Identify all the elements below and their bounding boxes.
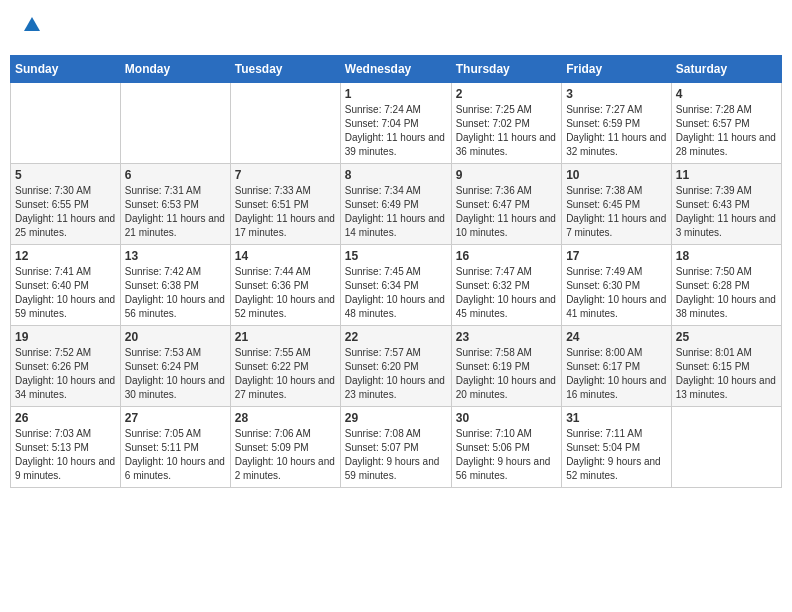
weekday-header-tuesday: Tuesday <box>230 56 340 83</box>
day-info: Sunrise: 7:30 AMSunset: 6:55 PMDaylight:… <box>15 184 116 240</box>
day-number: 9 <box>456 168 557 182</box>
calendar-cell: 9Sunrise: 7:36 AMSunset: 6:47 PMDaylight… <box>451 164 561 245</box>
day-info: Sunrise: 7:24 AMSunset: 7:04 PMDaylight:… <box>345 103 447 159</box>
day-info: Sunrise: 7:06 AMSunset: 5:09 PMDaylight:… <box>235 427 336 483</box>
calendar-cell: 26Sunrise: 7:03 AMSunset: 5:13 PMDayligh… <box>11 407 121 488</box>
week-row-3: 12Sunrise: 7:41 AMSunset: 6:40 PMDayligh… <box>11 245 782 326</box>
calendar-cell: 11Sunrise: 7:39 AMSunset: 6:43 PMDayligh… <box>671 164 781 245</box>
day-info: Sunrise: 7:58 AMSunset: 6:19 PMDaylight:… <box>456 346 557 402</box>
day-info: Sunrise: 7:27 AMSunset: 6:59 PMDaylight:… <box>566 103 667 159</box>
day-info: Sunrise: 7:53 AMSunset: 6:24 PMDaylight:… <box>125 346 226 402</box>
day-number: 4 <box>676 87 777 101</box>
day-number: 30 <box>456 411 557 425</box>
day-number: 19 <box>15 330 116 344</box>
day-number: 1 <box>345 87 447 101</box>
weekday-header-monday: Monday <box>120 56 230 83</box>
calendar-cell: 1Sunrise: 7:24 AMSunset: 7:04 PMDaylight… <box>340 83 451 164</box>
day-info: Sunrise: 7:28 AMSunset: 6:57 PMDaylight:… <box>676 103 777 159</box>
calendar-cell: 10Sunrise: 7:38 AMSunset: 6:45 PMDayligh… <box>562 164 672 245</box>
day-info: Sunrise: 7:38 AMSunset: 6:45 PMDaylight:… <box>566 184 667 240</box>
calendar-cell: 30Sunrise: 7:10 AMSunset: 5:06 PMDayligh… <box>451 407 561 488</box>
logo <box>20 15 42 40</box>
day-info: Sunrise: 7:47 AMSunset: 6:32 PMDaylight:… <box>456 265 557 321</box>
svg-marker-0 <box>24 17 40 31</box>
day-info: Sunrise: 7:39 AMSunset: 6:43 PMDaylight:… <box>676 184 777 240</box>
weekday-header-wednesday: Wednesday <box>340 56 451 83</box>
weekday-header-saturday: Saturday <box>671 56 781 83</box>
weekday-header-row: SundayMondayTuesdayWednesdayThursdayFrid… <box>11 56 782 83</box>
calendar-cell: 8Sunrise: 7:34 AMSunset: 6:49 PMDaylight… <box>340 164 451 245</box>
week-row-4: 19Sunrise: 7:52 AMSunset: 6:26 PMDayligh… <box>11 326 782 407</box>
day-number: 25 <box>676 330 777 344</box>
day-number: 11 <box>676 168 777 182</box>
calendar-cell: 20Sunrise: 7:53 AMSunset: 6:24 PMDayligh… <box>120 326 230 407</box>
calendar-cell: 15Sunrise: 7:45 AMSunset: 6:34 PMDayligh… <box>340 245 451 326</box>
calendar-cell: 31Sunrise: 7:11 AMSunset: 5:04 PMDayligh… <box>562 407 672 488</box>
day-info: Sunrise: 7:31 AMSunset: 6:53 PMDaylight:… <box>125 184 226 240</box>
week-row-2: 5Sunrise: 7:30 AMSunset: 6:55 PMDaylight… <box>11 164 782 245</box>
day-number: 20 <box>125 330 226 344</box>
week-row-5: 26Sunrise: 7:03 AMSunset: 5:13 PMDayligh… <box>11 407 782 488</box>
day-info: Sunrise: 7:52 AMSunset: 6:26 PMDaylight:… <box>15 346 116 402</box>
day-number: 31 <box>566 411 667 425</box>
logo-icon <box>22 15 42 35</box>
calendar-cell: 5Sunrise: 7:30 AMSunset: 6:55 PMDaylight… <box>11 164 121 245</box>
day-number: 15 <box>345 249 447 263</box>
calendar-cell: 29Sunrise: 7:08 AMSunset: 5:07 PMDayligh… <box>340 407 451 488</box>
day-info: Sunrise: 7:49 AMSunset: 6:30 PMDaylight:… <box>566 265 667 321</box>
day-info: Sunrise: 7:25 AMSunset: 7:02 PMDaylight:… <box>456 103 557 159</box>
calendar-cell: 28Sunrise: 7:06 AMSunset: 5:09 PMDayligh… <box>230 407 340 488</box>
page-header <box>10 10 782 45</box>
day-number: 3 <box>566 87 667 101</box>
day-number: 17 <box>566 249 667 263</box>
day-info: Sunrise: 7:44 AMSunset: 6:36 PMDaylight:… <box>235 265 336 321</box>
day-info: Sunrise: 7:34 AMSunset: 6:49 PMDaylight:… <box>345 184 447 240</box>
calendar-cell: 19Sunrise: 7:52 AMSunset: 6:26 PMDayligh… <box>11 326 121 407</box>
calendar-cell: 21Sunrise: 7:55 AMSunset: 6:22 PMDayligh… <box>230 326 340 407</box>
day-number: 10 <box>566 168 667 182</box>
day-number: 26 <box>15 411 116 425</box>
calendar-cell: 27Sunrise: 7:05 AMSunset: 5:11 PMDayligh… <box>120 407 230 488</box>
day-number: 22 <box>345 330 447 344</box>
calendar-cell: 12Sunrise: 7:41 AMSunset: 6:40 PMDayligh… <box>11 245 121 326</box>
calendar-cell: 13Sunrise: 7:42 AMSunset: 6:38 PMDayligh… <box>120 245 230 326</box>
calendar-cell <box>230 83 340 164</box>
calendar-cell: 4Sunrise: 7:28 AMSunset: 6:57 PMDaylight… <box>671 83 781 164</box>
calendar-cell <box>120 83 230 164</box>
calendar-cell: 18Sunrise: 7:50 AMSunset: 6:28 PMDayligh… <box>671 245 781 326</box>
calendar-cell: 22Sunrise: 7:57 AMSunset: 6:20 PMDayligh… <box>340 326 451 407</box>
day-info: Sunrise: 7:10 AMSunset: 5:06 PMDaylight:… <box>456 427 557 483</box>
weekday-header-sunday: Sunday <box>11 56 121 83</box>
calendar-cell <box>11 83 121 164</box>
day-number: 7 <box>235 168 336 182</box>
weekday-header-thursday: Thursday <box>451 56 561 83</box>
day-number: 24 <box>566 330 667 344</box>
day-info: Sunrise: 7:50 AMSunset: 6:28 PMDaylight:… <box>676 265 777 321</box>
day-info: Sunrise: 7:11 AMSunset: 5:04 PMDaylight:… <box>566 427 667 483</box>
day-info: Sunrise: 7:45 AMSunset: 6:34 PMDaylight:… <box>345 265 447 321</box>
day-info: Sunrise: 8:00 AMSunset: 6:17 PMDaylight:… <box>566 346 667 402</box>
day-info: Sunrise: 7:41 AMSunset: 6:40 PMDaylight:… <box>15 265 116 321</box>
day-number: 2 <box>456 87 557 101</box>
day-info: Sunrise: 7:42 AMSunset: 6:38 PMDaylight:… <box>125 265 226 321</box>
calendar-cell: 3Sunrise: 7:27 AMSunset: 6:59 PMDaylight… <box>562 83 672 164</box>
day-info: Sunrise: 8:01 AMSunset: 6:15 PMDaylight:… <box>676 346 777 402</box>
day-number: 28 <box>235 411 336 425</box>
calendar-cell: 14Sunrise: 7:44 AMSunset: 6:36 PMDayligh… <box>230 245 340 326</box>
calendar-cell <box>671 407 781 488</box>
day-info: Sunrise: 7:55 AMSunset: 6:22 PMDaylight:… <box>235 346 336 402</box>
calendar-cell: 17Sunrise: 7:49 AMSunset: 6:30 PMDayligh… <box>562 245 672 326</box>
calendar-table: SundayMondayTuesdayWednesdayThursdayFrid… <box>10 55 782 488</box>
calendar-cell: 6Sunrise: 7:31 AMSunset: 6:53 PMDaylight… <box>120 164 230 245</box>
week-row-1: 1Sunrise: 7:24 AMSunset: 7:04 PMDaylight… <box>11 83 782 164</box>
day-number: 21 <box>235 330 336 344</box>
day-number: 14 <box>235 249 336 263</box>
day-info: Sunrise: 7:08 AMSunset: 5:07 PMDaylight:… <box>345 427 447 483</box>
day-number: 8 <box>345 168 447 182</box>
calendar-cell: 2Sunrise: 7:25 AMSunset: 7:02 PMDaylight… <box>451 83 561 164</box>
day-number: 5 <box>15 168 116 182</box>
day-number: 16 <box>456 249 557 263</box>
calendar-cell: 7Sunrise: 7:33 AMSunset: 6:51 PMDaylight… <box>230 164 340 245</box>
calendar-cell: 16Sunrise: 7:47 AMSunset: 6:32 PMDayligh… <box>451 245 561 326</box>
calendar-cell: 23Sunrise: 7:58 AMSunset: 6:19 PMDayligh… <box>451 326 561 407</box>
